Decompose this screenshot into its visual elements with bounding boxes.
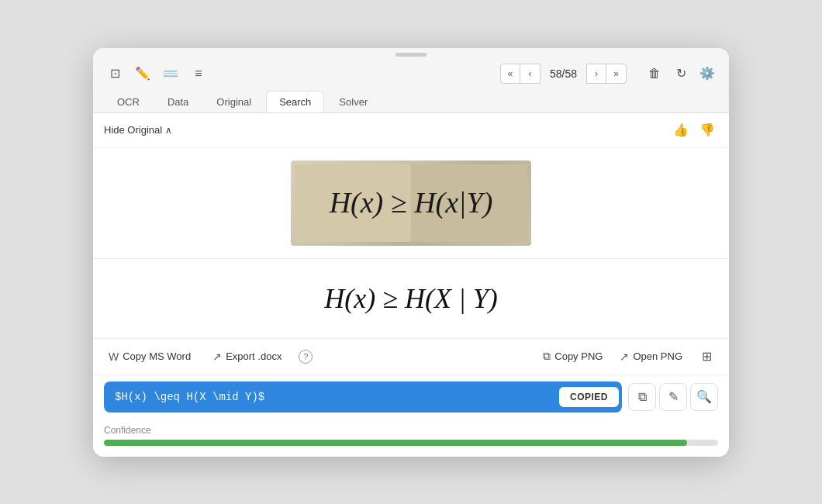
svg-text:H(x) ≥ H(x|Y): H(x) ≥ H(x|Y) xyxy=(329,186,493,219)
latex-bar: $H(x) \geq H(X \mid Y)$ COPIED ⧉ ✎ 🔍 xyxy=(93,375,729,419)
thumbs-down-icon[interactable]: 👎 xyxy=(696,119,718,141)
copy-png-button[interactable]: ⧉ Copy PNG xyxy=(538,347,607,366)
latex-input-wrapper: $H(x) \geq H(X \mid Y)$ COPIED xyxy=(104,381,622,413)
latex-search-button[interactable]: 🔍 xyxy=(690,383,718,411)
open-png-button[interactable]: ↗ Open PNG xyxy=(615,347,687,366)
tab-bar: OCR Data Original Search Solver xyxy=(93,91,729,113)
refresh-icon[interactable]: ↻ xyxy=(670,63,692,85)
toolbar-left: ⊡ ✏️ ⌨️ ≡ xyxy=(104,63,209,85)
tab-data[interactable]: Data xyxy=(154,91,202,112)
chevron-up-icon: ∧ xyxy=(165,125,172,136)
open-png-label: Open PNG xyxy=(633,350,682,362)
menu-icon[interactable]: ≡ xyxy=(188,63,209,85)
drag-handle xyxy=(93,48,729,57)
export-docx-label: Export .docx xyxy=(226,350,281,362)
crop-icon[interactable]: ⊡ xyxy=(104,63,126,85)
open-png-icon: ↗ xyxy=(620,350,629,363)
trash-icon[interactable]: 🗑 xyxy=(644,63,665,85)
filter-icon[interactable]: ⊞ xyxy=(695,345,718,368)
formula-svg: H(x) ≥ H(x|Y) xyxy=(295,164,527,242)
help-icon[interactable]: ? xyxy=(299,350,313,364)
nav-last-button[interactable]: » xyxy=(606,64,627,84)
copy-ms-word-button[interactable]: W Copy MS Word xyxy=(104,347,195,366)
latex-value[interactable]: $H(x) \geq H(X \mid Y)$ xyxy=(104,391,556,403)
tab-original[interactable]: Original xyxy=(203,91,264,112)
confidence-bar-background xyxy=(104,440,718,446)
copy-ms-word-label: Copy MS Word xyxy=(123,350,191,362)
confidence-area: Confidence xyxy=(93,419,729,457)
nav-first-button[interactable]: « xyxy=(500,64,520,84)
copied-badge: COPIED xyxy=(559,387,619,407)
toolbar: ⊡ ✏️ ⌨️ ≡ « ‹ 58/58 › » 🗑 ↻ ⚙️ xyxy=(93,57,729,91)
drag-nub xyxy=(395,53,427,57)
actions-right: ⧉ Copy PNG ↗ Open PNG ⊞ xyxy=(538,345,718,368)
settings-icon[interactable]: ⚙️ xyxy=(696,63,718,85)
app-window: ⊡ ✏️ ⌨️ ≡ « ‹ 58/58 › » 🗑 ↻ ⚙️ OCR Data … xyxy=(93,48,729,457)
page-indicator: 58/58 xyxy=(541,67,586,80)
rendered-formula: H(x) ≥ H(X | Y) xyxy=(324,282,498,315)
rendered-formula-area: H(x) ≥ H(X | Y) xyxy=(93,259,729,338)
hide-original-bar: Hide Original ∧ 👍 👎 xyxy=(93,113,729,148)
tab-solver[interactable]: Solver xyxy=(326,91,381,112)
thumbs-up-icon[interactable]: 👍 xyxy=(670,119,692,141)
export-docx-button[interactable]: ↗ Export .docx xyxy=(208,347,286,366)
hide-original-button[interactable]: Hide Original ∧ xyxy=(104,124,172,136)
export-icon: ↗ xyxy=(212,350,222,363)
pen-icon[interactable]: ✏️ xyxy=(132,63,154,85)
nav-prev-button[interactable]: ‹ xyxy=(520,64,541,84)
word-icon: W xyxy=(109,350,119,363)
formula-image-area: H(x) ≥ H(x|Y) xyxy=(93,148,729,258)
rating-icons: 👍 👎 xyxy=(670,119,718,141)
confidence-label: Confidence xyxy=(104,425,718,436)
latex-edit-button[interactable]: ✎ xyxy=(659,383,687,411)
copy-png-icon: ⧉ xyxy=(543,350,551,363)
latex-copy-button[interactable]: ⧉ xyxy=(628,383,656,411)
keyboard-icon[interactable]: ⌨️ xyxy=(160,63,181,85)
tab-ocr[interactable]: OCR xyxy=(104,91,153,112)
tab-search[interactable]: Search xyxy=(266,91,324,112)
toolbar-right: 🗑 ↻ ⚙️ xyxy=(644,63,718,85)
latex-action-icons: ⧉ ✎ 🔍 xyxy=(628,383,718,411)
hide-original-label: Hide Original xyxy=(104,124,162,136)
nav-next-button[interactable]: › xyxy=(586,64,606,84)
navigation-group: « ‹ 58/58 › » xyxy=(500,64,627,84)
copy-png-label: Copy PNG xyxy=(554,350,603,362)
confidence-bar-fill xyxy=(104,440,687,446)
formula-image: H(x) ≥ H(x|Y) xyxy=(291,161,531,246)
actions-bar: W Copy MS Word ↗ Export .docx ? ⧉ Copy P… xyxy=(93,338,729,375)
